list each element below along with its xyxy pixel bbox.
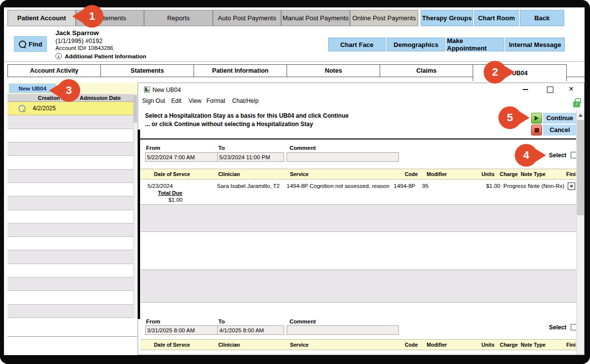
close-icon[interactable]: × [564, 83, 579, 95]
tab-manual-post-payments[interactable]: Manual Post Payments [281, 10, 350, 26]
col-date-of-service: Date of Servce [154, 342, 190, 348]
lock-icon: ✓ [573, 98, 580, 107]
menu-chat-help[interactable]: Chat/Help [232, 97, 258, 104]
from-input-2[interactable]: 3/31/2025 8:00 AM [145, 325, 225, 335]
to-label-2: To [218, 318, 225, 324]
cancel-icon[interactable] [531, 125, 542, 136]
callout-4: 4 [515, 144, 538, 167]
callout-1: 1 [81, 5, 103, 28]
menu-edit[interactable]: Edit [171, 97, 182, 104]
list-row-empty [7, 129, 133, 142]
list-row-empty [7, 115, 133, 129]
dialog-scrollbar-thumb[interactable] [577, 120, 585, 215]
callout-5: 5 [498, 106, 521, 129]
list-row-empty [7, 224, 133, 237]
col-clinician: Clinician [218, 342, 240, 348]
comment-input-1[interactable] [287, 152, 399, 162]
empty-stripe-row [141, 204, 576, 232]
dialog-left-edge [138, 130, 140, 319]
select-label-1: Select [549, 152, 566, 159]
cancel-button[interactable]: Cancel [543, 125, 577, 136]
callout-4-number: 4 [515, 144, 538, 167]
internal-message-button[interactable]: Internal Message [505, 38, 565, 51]
demographics-button[interactable]: Demographics [387, 38, 445, 51]
tab-reports[interactable]: Reports [144, 10, 213, 26]
select-label-2: Select [549, 324, 566, 331]
comment-label-2: Comment [290, 318, 316, 324]
list-row-empty [7, 237, 133, 250]
col-clinician: Clinician [218, 171, 240, 177]
find-button[interactable]: Find [14, 36, 47, 52]
dialog-scrollbar[interactable] [576, 110, 585, 355]
search-icon [19, 41, 26, 48]
callout-2-number: 2 [484, 61, 506, 84]
list-row-empty [7, 170, 133, 183]
col-code: Code [386, 171, 418, 177]
list-row-empty [7, 142, 133, 156]
col-note-type: Note Type [521, 171, 545, 177]
col-charge: Charge [487, 171, 518, 177]
instruction-line-1: Select a Hospitalization Stay as a basis… [145, 112, 348, 119]
creation-date-value: 4/2/2025 [33, 105, 56, 112]
to-input-1[interactable]: 5/23/2024 11:00 PM [217, 152, 284, 162]
list-row-empty [7, 156, 133, 169]
col-charge: Charge [487, 342, 518, 348]
from-label-1: From [146, 145, 160, 151]
callout-3-number: 3 [57, 79, 80, 102]
therapy-groups-button[interactable]: Therapy Groups [421, 10, 473, 26]
menu-sign-out[interactable]: Sign Out [142, 97, 165, 104]
info-icon: i [55, 53, 62, 59]
make-appointment-button[interactable]: Make Appointment [446, 38, 504, 51]
comment-label-1: Comment [290, 145, 316, 151]
additional-patient-information-link[interactable]: Additional Patient Information [65, 53, 146, 59]
ub04-list: 4/2/2025 [7, 102, 133, 318]
col-code: Code [386, 342, 418, 348]
continue-button[interactable]: Continue [543, 113, 577, 124]
table-header-2: Date of Servce Clinician Service Code Mo… [141, 339, 576, 350]
col-service: Service [290, 342, 308, 348]
total-due-label: Total Due [158, 190, 182, 196]
menu-format[interactable]: Format [206, 97, 225, 104]
col-date-of-service: Date of Servce [154, 171, 190, 177]
subtab-border-right [566, 77, 585, 77]
list-row-empty [7, 291, 133, 304]
col-modifier: Modifier [427, 171, 447, 177]
to-input-2[interactable]: 4/1/2025 8:00 AM [217, 325, 284, 335]
table-header-1: Date of Servce Clinician Service Code Mo… [141, 169, 576, 180]
chart-room-button[interactable]: Chart Room [474, 10, 519, 26]
from-input-1[interactable]: 5/22/2024 7:00 AM [145, 152, 225, 162]
tab-notes[interactable]: Notes [287, 64, 380, 77]
tab-patient-account[interactable]: Patient Account [7, 10, 76, 26]
magnifier-icon[interactable] [18, 105, 26, 112]
scroll-up-icon[interactable] [579, 114, 583, 117]
chart-face-button[interactable]: Chart Face [328, 38, 386, 51]
patient-dob: (1/1/1995) #0192 [55, 38, 102, 45]
left-panel-bottom-border [7, 336, 137, 337]
list-row-selected[interactable]: 4/2/2025 [7, 102, 133, 115]
col-modifier: Modifier [427, 342, 447, 348]
total-due-value: $1.00 [153, 197, 183, 203]
tab-patient-information[interactable]: Patient Information [194, 64, 287, 77]
dialog-title: New UB04 [152, 87, 181, 93]
minimize-icon[interactable] [518, 84, 532, 95]
comment-input-2[interactable] [287, 325, 399, 335]
service-date: 5/23/2024 [148, 183, 173, 189]
tab-claims[interactable]: Claims [380, 64, 473, 77]
col-service: Service [290, 171, 308, 177]
back-button[interactable]: Back [520, 10, 564, 26]
menu-view[interactable]: View [189, 97, 201, 104]
empty-stripe-row [141, 270, 576, 303]
col-admission-date: Admission Date [73, 95, 121, 101]
continue-icon[interactable] [531, 113, 542, 124]
tab-account-activity[interactable]: Account Activity [7, 64, 101, 77]
tab-auto-post-payments[interactable]: Auto Post Payments [213, 10, 281, 26]
maximize-icon[interactable] [543, 84, 557, 95]
left-list-scrollbar[interactable] [133, 94, 137, 318]
tab-statements-sub[interactable]: Statements [100, 64, 194, 77]
finished-checkbox[interactable]: × [568, 182, 575, 190]
service-note-type: Progress Note (Non-Rx) [503, 183, 564, 189]
find-button-label: Find [29, 41, 42, 48]
tab-online-post-payments[interactable]: Online Post Payments [350, 10, 418, 26]
left-list-scrollbar-thumb[interactable] [134, 95, 137, 123]
list-row-empty [7, 196, 133, 210]
